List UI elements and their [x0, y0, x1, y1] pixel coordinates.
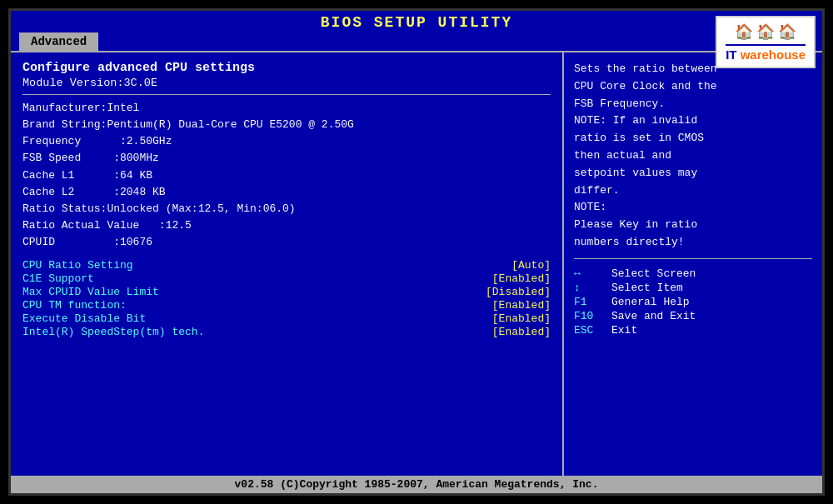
setting-speedstep[interactable]: Intel(R) SpeedStep(tm) tech. [Enabled]: [22, 326, 551, 338]
key-desc-f1: General Help: [611, 296, 690, 308]
house-icon-3: 🏠: [778, 22, 796, 41]
tab-row: Advanced: [11, 32, 822, 51]
key-f1-label: F1: [574, 296, 611, 308]
setting-label-cpu-ratio: CPU Ratio Setting: [22, 259, 133, 272]
house-icon-2: 🏠: [756, 22, 775, 41]
footer: v02.58 (C)Copyright 1985-2007, American …: [11, 476, 822, 493]
key-desc-esc: Exit: [611, 324, 637, 337]
key-esc: ESC Exit: [574, 324, 812, 337]
title-bar: BIOS SETUP UTILITY: [11, 11, 822, 32]
key-f10-label: F10: [574, 310, 611, 322]
setting-label-execute-disable: Execute Disable Bit: [22, 312, 146, 325]
setting-value-c1e: [Enabled]: [492, 272, 551, 285]
info-ratio-actual: Ratio Actual Value :12.5: [22, 217, 551, 234]
setting-c1e[interactable]: C1E Support [Enabled]: [22, 272, 551, 285]
key-f1: F1 General Help: [574, 296, 812, 308]
bios-title: BIOS SETUP UTILITY: [321, 14, 512, 31]
key-select-item: ↕ Select Item: [574, 282, 812, 294]
key-desc-screen: Select Screen: [611, 267, 696, 280]
watermark-text: IT warehouse: [726, 47, 806, 62]
info-divider: [22, 94, 551, 95]
setting-label-speedstep: Intel(R) SpeedStep(tm) tech.: [22, 326, 204, 338]
settings-section: CPU Ratio Setting [Auto] C1E Support [En…: [22, 259, 551, 338]
key-f10: F10 Save and Exit: [574, 310, 812, 322]
watermark-divider: [726, 44, 806, 46]
house-icon-1: 🏠: [735, 22, 753, 41]
content-area: Configure advanced CPU settings Module V…: [11, 51, 822, 476]
key-guide: ↔ Select Screen ↕ Select Item F1 General…: [574, 267, 812, 337]
key-desc-f10: Save and Exit: [611, 310, 696, 322]
setting-value-cpu-tm: [Enabled]: [492, 299, 551, 312]
setting-cpu-ratio[interactable]: CPU Ratio Setting [Auto]: [22, 259, 551, 272]
watermark: 🏠 🏠 🏠 IT warehouse: [716, 16, 816, 68]
setting-value-execute-disable: [Enabled]: [492, 312, 551, 325]
tab-advanced[interactable]: Advanced: [19, 32, 98, 51]
module-version: Module Version:3C.0E: [22, 77, 551, 89]
watermark-icons: 🏠 🏠 🏠: [735, 22, 796, 41]
key-select-screen: ↔ Select Screen: [574, 267, 812, 280]
key-arrows-h: ↔: [574, 267, 611, 280]
info-brand: Brand String:Pentium(R) Dual-Core CPU E5…: [22, 117, 551, 133]
section-title: Configure advanced CPU settings: [22, 61, 551, 75]
info-fsb: FSB Speed :800MHz: [22, 150, 551, 167]
key-desc-item: Select Item: [611, 282, 683, 294]
setting-label-c1e: C1E Support: [22, 272, 94, 285]
footer-text: v02.58 (C)Copyright 1985-2007, American …: [235, 478, 599, 491]
info-block: Manufacturer:Intel Brand String:Pentium(…: [22, 100, 551, 251]
setting-execute-disable[interactable]: Execute Disable Bit [Enabled]: [22, 312, 551, 325]
info-cpuid: CPUID :10676: [22, 234, 551, 251]
watermark-warehouse: warehouse: [741, 47, 806, 62]
help-text: Sets the ratio between CPU Core Clock an…: [574, 61, 812, 252]
watermark-it: IT: [726, 47, 741, 62]
setting-cpu-tm[interactable]: CPU TM function: [Enabled]: [22, 299, 551, 312]
setting-label-cpuid-limit: Max CPUID Value Limit: [22, 286, 159, 298]
keys-divider: [574, 258, 812, 259]
key-arrows-v: ↕: [574, 282, 611, 294]
bios-screen: 🏠 🏠 🏠 IT warehouse BIOS SETUP UTILITY Ad…: [8, 8, 825, 496]
setting-value-speedstep: [Enabled]: [492, 326, 551, 338]
setting-label-cpu-tm: CPU TM function:: [22, 299, 127, 312]
setting-value-cpuid-limit: [Disabled]: [486, 286, 551, 298]
key-esc-label: ESC: [574, 324, 611, 337]
left-panel: Configure advanced CPU settings Module V…: [11, 52, 564, 476]
info-manufacturer: Manufacturer:Intel: [22, 100, 551, 117]
info-ratio-status: Ratio Status:Unlocked (Max:12.5, Min:06.…: [22, 201, 551, 217]
setting-value-cpu-ratio: [Auto]: [511, 259, 551, 272]
info-cache-l2: Cache L2 :2048 KB: [22, 184, 551, 201]
info-cache-l1: Cache L1 :64 KB: [22, 167, 551, 184]
right-panel: Sets the ratio between CPU Core Clock an…: [564, 52, 822, 476]
info-frequency: Frequency :2.50GHz: [22, 133, 551, 150]
setting-cpuid-limit[interactable]: Max CPUID Value Limit [Disabled]: [22, 286, 551, 298]
